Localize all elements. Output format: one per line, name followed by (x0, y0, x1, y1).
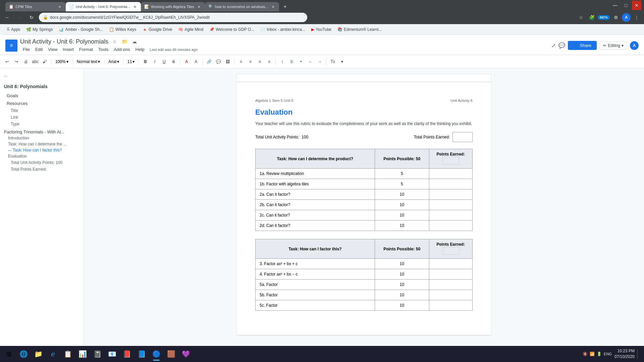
settings-icon[interactable]: ⚙ (611, 13, 621, 22)
redo-button[interactable]: ↪ (12, 57, 21, 66)
tab-unit-activity[interactable]: 📄 Unit Activity - Unit 6: Polynomia... ✕ (66, 2, 141, 11)
italic-button[interactable]: I (150, 57, 159, 66)
taskbar-minecraft[interactable]: 🟫 (164, 347, 178, 361)
menu-format[interactable]: Format (76, 46, 96, 53)
row4-earned[interactable] (429, 269, 472, 280)
more-toolbar-button[interactable]: ▾ (338, 57, 346, 66)
address-input[interactable]: 🔒 docs.google.com/document/d/1zGYFiewIQG… (39, 13, 307, 22)
share-button[interactable]: 👤 Share (568, 41, 597, 50)
cloud-save-icon[interactable]: ☁ (130, 38, 139, 46)
text-color-button[interactable]: A (182, 57, 191, 66)
more-options-icon[interactable]: ⋮ (632, 13, 641, 22)
bookmark-inbox[interactable]: ✉️ Inbox - amber.kinca... (258, 25, 308, 34)
taskbar-powerpoint[interactable]: 📕 (119, 347, 134, 361)
sidebar-item-goals[interactable]: Goals (0, 92, 84, 100)
back-button[interactable]: ← (3, 13, 12, 22)
bookmark-my-springs[interactable]: 🌿 My Springs (23, 25, 55, 34)
align-center-button[interactable]: ≡ (246, 57, 255, 66)
spellcheck-button[interactable]: abc (31, 57, 40, 66)
profile-icon[interactable]: A (622, 13, 631, 22)
editing-dropdown[interactable]: ✏ Editing ▾ (599, 42, 627, 50)
taskbar-explorer[interactable]: 📁 (31, 347, 46, 361)
tab-close-screenshot[interactable]: ✕ (270, 4, 276, 9)
align-right-button[interactable]: ≡ (255, 57, 264, 66)
row1a-earned[interactable] (429, 169, 472, 179)
taskbar-excel[interactable]: 📊 (75, 347, 90, 361)
minimize-button[interactable]: ─ (610, 1, 620, 10)
battery-icon[interactable]: 🔋 (597, 352, 602, 356)
sidebar-item-link[interactable]: Link (0, 114, 84, 121)
bookmark-google-drive[interactable]: 🔺 Google Drive (140, 25, 175, 34)
sidebar-item-total-points[interactable]: Total Unit Activity Points: 100 (0, 159, 84, 166)
menu-help[interactable]: Help (133, 46, 147, 53)
numbered-list-button[interactable]: ① (287, 57, 296, 66)
bookmark-youtube[interactable]: ▶ YouTube (309, 25, 334, 34)
docs-profile-icon[interactable]: A (630, 41, 639, 50)
tab-close-cpm[interactable]: ✕ (57, 4, 62, 9)
insert-comment-button[interactable]: 💬 (214, 57, 223, 66)
sidebar-item-introduction[interactable]: Introduction (0, 135, 84, 141)
bookmark-willes-keys[interactable]: 📋 Willes Keys (106, 25, 139, 34)
chat-icon[interactable]: 💬 (558, 42, 565, 49)
bookmark-welcome-gdp[interactable]: 📌 Welcome to GDP O... (207, 25, 257, 34)
print-button[interactable]: 🖨 (21, 57, 30, 66)
sidebar-item-resources[interactable]: Resources (0, 100, 84, 107)
taskbar-ie[interactable]: ℯ (46, 347, 60, 361)
row2a-earned[interactable] (429, 189, 472, 200)
paint-format-button[interactable]: 🖌 (40, 57, 49, 66)
maximize-button[interactable]: □ (621, 1, 631, 10)
row5a-earned[interactable] (429, 280, 472, 290)
underline-button[interactable]: U (160, 57, 168, 66)
start-button[interactable]: ⊞ (1, 347, 16, 361)
extensions-icon[interactable]: 🧩 (587, 13, 596, 22)
align-left-button[interactable]: ≡ (236, 57, 245, 66)
bookmark-amber-google[interactable]: 📊 Amber - Google Sh... (56, 25, 106, 34)
table2-earned-input[interactable] (442, 247, 459, 255)
menu-insert[interactable]: Insert (60, 46, 76, 53)
taskbar-word[interactable]: 📘 (134, 347, 149, 361)
taskbar-twitch[interactable]: 💜 (178, 347, 193, 361)
taskbar-clock[interactable]: 10:23 PM 07/10/2020 (614, 348, 635, 360)
docs-document-area[interactable]: Algebra 1 Sem 5 Unit 5 Unit Activity 6 E… (84, 68, 644, 350)
taskbar-outlook[interactable]: 📧 (105, 347, 119, 361)
zoom-dropdown[interactable]: 100% ▾ (53, 57, 70, 66)
show-desktop-button[interactable] (637, 349, 639, 359)
bookmark-agile-mind[interactable]: 🧠 Agile Mind (175, 25, 206, 34)
expand-icon[interactable]: ⤢ (551, 42, 556, 49)
close-button[interactable]: ✕ (632, 1, 641, 10)
tab-close-unit[interactable]: ✕ (132, 4, 138, 9)
row2d-earned[interactable] (429, 221, 472, 231)
move-to-folder-icon[interactable]: 📁 (120, 38, 128, 46)
table1-earned-input[interactable] (442, 157, 459, 165)
row5b-earned[interactable] (429, 290, 472, 300)
undo-button[interactable]: ↩ (3, 57, 11, 66)
fontsize-dropdown[interactable]: 11 ▾ (125, 57, 137, 66)
taskbar-teams[interactable]: 📋 (60, 347, 75, 361)
row2b-earned[interactable] (429, 200, 472, 210)
menu-tools[interactable]: Tools (96, 46, 111, 53)
forward-button[interactable]: → (15, 13, 24, 22)
taskbar-onenote[interactable]: 📓 (90, 347, 105, 361)
strikethrough-button[interactable]: S (169, 57, 178, 66)
insert-link-button[interactable]: 🔗 (205, 57, 213, 66)
decrease-indent-button[interactable]: ← (306, 57, 315, 66)
sidebar-item-type[interactable]: Type (0, 121, 84, 127)
row3-earned[interactable] (429, 259, 472, 269)
row2c-earned[interactable] (429, 210, 472, 221)
line-spacing-button[interactable]: ↕ (278, 57, 286, 66)
sidebar-item-total-earned[interactable]: Total Points Earned: (0, 166, 84, 173)
row5c-earned[interactable] (429, 300, 472, 311)
menu-file[interactable]: File (20, 46, 33, 53)
sidebar-item-task-determine[interactable]: Task: How can I determine the ... (0, 141, 84, 147)
total-earned-input[interactable] (452, 132, 473, 142)
insert-image-button[interactable]: 🖼 (223, 57, 232, 66)
increase-indent-button[interactable]: → (315, 57, 324, 66)
sidebar-item-title[interactable]: Title (0, 107, 84, 114)
star-icon[interactable]: ☆ (110, 38, 118, 46)
tab-screenshot[interactable]: 🔍 how to screenshot on windows... ✕ (205, 2, 279, 11)
language-indicator[interactable]: ENG (604, 352, 612, 356)
taskbar-edge[interactable]: 🌐 (16, 347, 31, 361)
style-dropdown[interactable]: Normal text ▾ (75, 57, 102, 66)
bold-button[interactable]: B (141, 57, 150, 66)
bullet-list-button[interactable]: • (297, 57, 305, 66)
